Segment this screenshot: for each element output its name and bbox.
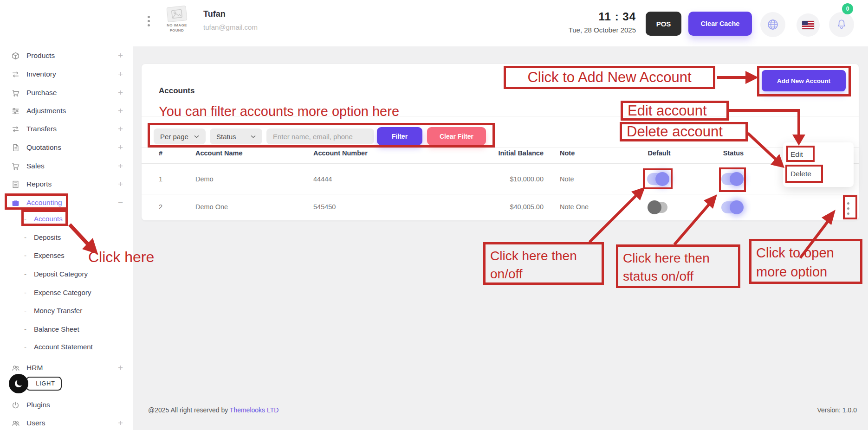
sidebar-item-plugins[interactable]: Plugins <box>0 398 133 412</box>
user-name: Tufan <box>203 9 226 19</box>
annotation-click-here: Click here <box>88 249 154 266</box>
sidebar-item-account-statement[interactable]: - Account Statement <box>0 340 133 353</box>
hrm-people-icon <box>12 364 20 372</box>
col-default: Default <box>648 149 670 157</box>
theme-toggle[interactable]: LIGHT <box>9 374 65 393</box>
sales-cart-icon <box>12 162 20 170</box>
annotation-edit-account: Edit account <box>621 101 729 121</box>
sidebar: Products + Inventory + Purchase + Adjust… <box>0 46 133 430</box>
us-flag-icon <box>802 21 814 29</box>
row2-status-toggle[interactable] <box>721 201 743 213</box>
products-icon <box>12 51 20 60</box>
expand-plus-icon[interactable]: + <box>118 142 123 153</box>
col-status: Status <box>723 149 744 157</box>
sidebar-item-inventory[interactable]: Inventory + <box>0 67 133 81</box>
annotation-delete-account: Delete account <box>620 122 748 141</box>
annotation-box-accounts <box>21 210 68 226</box>
row1-account-number: 44444 <box>313 175 332 183</box>
annotation-box-more-options <box>843 195 857 219</box>
expand-plus-icon[interactable]: + <box>118 51 123 61</box>
moon-icon <box>9 374 28 393</box>
expand-plus-icon[interactable]: + <box>118 88 123 98</box>
sidebar-item-deposits[interactable]: - Deposits <box>0 231 133 244</box>
row2-index: 2 <box>159 203 162 211</box>
annotation-box-default-toggle <box>643 168 673 189</box>
theme-toggle-label: LIGHT <box>36 380 55 387</box>
col-account-name: Account Name <box>195 149 243 157</box>
globe-icon <box>766 18 779 31</box>
no-image-icon <box>166 6 187 22</box>
inventory-icon <box>12 70 20 78</box>
sidebar-item-users[interactable]: Users + <box>0 416 133 430</box>
user-email: tufan@gmail.com <box>203 23 258 31</box>
row1-account-name: Demo <box>195 175 214 183</box>
sidebar-item-purchase[interactable]: Purchase + <box>0 86 133 100</box>
row2-account-number: 545450 <box>313 203 336 211</box>
annotation-status-toggle-note: Click here then status on/off <box>616 244 740 288</box>
purchase-cart-icon <box>12 89 20 97</box>
annotation-box-accounting <box>5 193 68 210</box>
row1-index: 1 <box>159 175 162 183</box>
annotation-box-delete-item <box>785 165 823 183</box>
annotation-box-filter <box>148 123 495 148</box>
sidebar-item-hrm[interactable]: HRM + <box>0 361 133 375</box>
sidebar-item-deposit-category[interactable]: - Deposit Category <box>0 267 133 280</box>
adjustments-sliders-icon <box>12 107 20 115</box>
transfers-icon <box>12 125 20 133</box>
sidebar-item-sales[interactable]: Sales + <box>0 159 133 173</box>
annotation-box-edit-item <box>786 146 815 162</box>
expand-plus-icon[interactable]: + <box>118 69 123 79</box>
clock-date: Tue, 28 October 2025 <box>569 26 636 34</box>
expand-plus-icon[interactable]: + <box>118 106 123 116</box>
notifications-button[interactable] <box>829 12 854 37</box>
plugins-power-icon <box>12 401 20 409</box>
user-avatar[interactable]: NO IMAGE FOUND <box>162 6 192 33</box>
header-kebab-menu-icon[interactable] <box>148 14 150 28</box>
footer-company-link[interactable]: Themelooks LTD <box>230 406 279 414</box>
collapse-minus-icon[interactable]: − <box>118 198 123 208</box>
clear-cache-button[interactable]: Clear Cache <box>688 12 752 36</box>
annotation-box-add-button <box>757 66 851 96</box>
col-initial-balance: Initial Balance <box>498 149 544 157</box>
sidebar-item-quotations[interactable]: Quotations + <box>0 141 133 154</box>
avatar-placeholder-text: NO IMAGE FOUND <box>162 23 192 33</box>
expand-plus-icon[interactable]: + <box>118 124 123 134</box>
sidebar-item-money-transfer[interactable]: - Money Transfer <box>0 304 133 317</box>
sidebar-item-products[interactable]: Products + <box>0 49 133 63</box>
col-index: # <box>159 149 162 157</box>
reports-icon <box>12 180 20 188</box>
users-people-icon <box>12 419 20 427</box>
sidebar-item-transfers[interactable]: Transfers + <box>0 122 133 136</box>
sidebar-item-balance-sheet[interactable]: - Balance Sheet <box>0 322 133 335</box>
clock-time: 11 : 34 <box>569 10 636 23</box>
top-header: NO IMAGE FOUND Tufan tufan@gmail.com 11 … <box>0 0 868 46</box>
locale-flag-button[interactable] <box>797 13 820 37</box>
annotation-filter-note: You can filter accounts more option here <box>159 104 399 119</box>
page-title: Accounts <box>159 86 194 96</box>
expand-plus-icon[interactable]: + <box>118 418 123 428</box>
expand-plus-icon[interactable]: + <box>118 179 123 189</box>
expand-plus-icon[interactable]: + <box>118 363 123 373</box>
annotation-add-account: Click to Add New Account <box>504 66 715 89</box>
quotations-file-icon <box>12 143 20 152</box>
sidebar-item-reports[interactable]: Reports + <box>0 177 133 191</box>
col-note: Note <box>560 149 575 157</box>
row2-initial-balance: $40,005.00 <box>510 203 544 211</box>
footer-version: Version: 1.0.0 <box>817 406 857 414</box>
language-globe-button[interactable] <box>760 12 785 37</box>
expand-plus-icon[interactable]: + <box>118 161 123 171</box>
notification-count-badge: 0 <box>842 3 853 14</box>
bell-icon <box>836 19 848 31</box>
annotation-more-option-note: Click to open more option <box>749 239 862 284</box>
row2-note: Note One <box>560 203 589 211</box>
row1-note: Note <box>560 175 574 183</box>
sidebar-item-adjustments[interactable]: Adjustments + <box>0 104 133 118</box>
row2-default-toggle[interactable] <box>648 202 667 213</box>
annotation-default-toggle-note: Click here then on/off <box>483 242 604 285</box>
clock: 11 : 34 Tue, 28 October 2025 <box>569 10 636 34</box>
row2-account-name: Demo One <box>195 203 228 211</box>
col-account-number: Account Number <box>313 149 368 157</box>
sidebar-item-expense-category[interactable]: - Expense Category <box>0 286 133 299</box>
annotation-box-status-toggle <box>719 167 746 192</box>
pos-button[interactable]: POS <box>646 12 681 36</box>
